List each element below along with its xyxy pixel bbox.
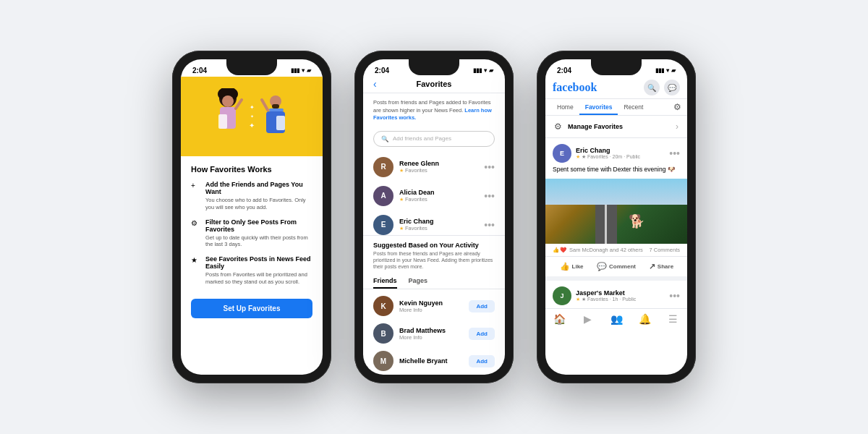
feature-desc-1: You choose who to add to Favorites. Only…	[205, 197, 312, 211]
post-avatar-jasper: J	[553, 286, 571, 305]
post-header-2: J Jasper's Market ★ ★ Favorites · 1h · P…	[545, 281, 687, 308]
love-reaction: ❤️	[560, 247, 566, 253]
add-button-brad[interactable]: Add	[469, 328, 495, 340]
post-sub-eric: ★ ★ Favorites · 20m · Public	[576, 154, 665, 160]
plus-icon: +	[191, 182, 200, 190]
notch-2	[409, 59, 459, 75]
search-bar[interactable]: 🔍 Add friends and Pages	[373, 131, 495, 147]
suggested-more-kevin: More Info	[399, 307, 463, 313]
search-header-icon[interactable]: 🔍	[644, 80, 660, 95]
svg-point-2	[222, 95, 234, 107]
avatar-brad: B	[373, 323, 393, 344]
contact-info-alicia: Alicia Dean ★ Favorites	[399, 189, 478, 203]
feature-text-3: See Favorites Posts in News Feed Easily …	[205, 255, 312, 286]
svg-rect-8	[272, 104, 279, 109]
phone2-description: Posts from friends and Pages added to Fa…	[363, 93, 505, 128]
filter-icon[interactable]: ⚙	[673, 102, 681, 112]
person1-illustration	[213, 88, 243, 145]
reaction-icons: 👍 ❤️	[553, 247, 566, 253]
feature-text-2: Filter to Only See Posts From Favorites …	[205, 218, 312, 249]
post-author-eric: Eric Chang	[576, 147, 665, 154]
back-button[interactable]: ‹	[373, 78, 377, 90]
post-more-options-2[interactable]: •••	[669, 290, 680, 302]
svg-line-4	[236, 100, 242, 109]
star-icon: ★	[399, 168, 404, 174]
phone-1-screen: 2:04 ▮▮▮ ▾ ▰	[181, 59, 323, 375]
bottom-nav-groups[interactable]: 👥	[602, 313, 630, 325]
avatar-renee: R	[373, 157, 393, 177]
chevron-right-icon: ›	[676, 122, 678, 132]
avatar-michelle: M	[373, 351, 393, 371]
more-options-alicia[interactable]: •••	[484, 190, 495, 202]
tab-recent[interactable]: Recent	[618, 99, 649, 115]
favorites-star-icon-2: ★	[576, 297, 580, 302]
suggested-more-brad: More Info	[399, 334, 463, 341]
suggested-info-michelle: Michelle Bryant	[399, 357, 463, 365]
manage-favorites-row[interactable]: ⚙ Manage Favorites ›	[545, 116, 687, 138]
like-button[interactable]: 👍 Like	[550, 258, 593, 275]
contact-name-renee: Renee Glenn	[399, 160, 478, 167]
tab-friends[interactable]: Friends	[373, 277, 397, 289]
star-feature-icon: ★	[191, 256, 200, 264]
feature-desc-2: Get up to date quickly with their posts …	[205, 234, 312, 249]
add-button-kevin[interactable]: Add	[469, 300, 495, 312]
setup-favorites-button[interactable]: Set Up Favorites	[191, 299, 312, 318]
notch-3	[591, 59, 642, 75]
wifi-icon: ▾	[302, 67, 305, 74]
more-options-renee[interactable]: •••	[484, 161, 495, 173]
status-icons-3: ▮▮▮ ▾ ▰	[655, 67, 676, 74]
bottom-nav-notifications[interactable]: 🔔	[631, 313, 659, 325]
feature-item-3: ★ See Favorites Posts in News Feed Easil…	[191, 255, 312, 286]
feature-item-2: ⚙ Filter to Only See Posts From Favorite…	[191, 218, 312, 249]
time-3: 2:04	[557, 67, 571, 75]
tab-home[interactable]: Home	[551, 99, 579, 115]
phone-1: 2:04 ▮▮▮ ▾ ▰	[172, 51, 331, 383]
person2-illustration	[260, 88, 291, 145]
svg-rect-5	[218, 114, 227, 129]
time-1: 2:04	[192, 67, 207, 75]
sky	[545, 179, 687, 205]
contact-name-alicia: Alicia Dean	[399, 189, 478, 196]
contact-info-eric: Eric Chang ★ Favorites	[399, 218, 478, 231]
post-meta-2: Jasper's Market ★ ★ Favorites · 1h · Pub…	[576, 289, 665, 302]
feature-desc-3: Posts from Favorites will be prioritized…	[205, 271, 312, 286]
contact-sub-eric: ★ Favorites	[399, 225, 478, 231]
share-button[interactable]: ↗ Share	[639, 258, 683, 275]
phone2-header: ‹ Favorites	[363, 77, 505, 93]
post-more-options-1[interactable]: •••	[669, 148, 680, 159]
bottom-nav-video[interactable]: ▶	[574, 313, 602, 325]
star-icon-3: ★	[399, 226, 404, 231]
svg-rect-11	[276, 116, 285, 130]
feature-text-1: Add the Friends and Pages You Want You c…	[205, 181, 312, 211]
suggested-item-michelle: M Michelle Bryant Add	[363, 347, 505, 375]
feature-title-3: See Favorites Posts in News Feed Easily	[205, 255, 312, 270]
contact-item-alicia: A Alicia Dean ★ Favorites •••	[363, 182, 505, 210]
comments-count: 7 Comments	[649, 247, 680, 253]
tab-favorites[interactable]: Favorites	[579, 99, 618, 115]
search-icon: 🔍	[381, 135, 389, 142]
phone2-title: Favorites	[417, 80, 452, 88]
bottom-nav-menu[interactable]: ☰	[659, 313, 687, 325]
phones-container: 2:04 ▮▮▮ ▾ ▰	[158, 36, 710, 398]
notch-1	[226, 59, 277, 75]
comment-icon: 💬	[597, 262, 607, 271]
phone-3: 2:04 ▮▮▮ ▾ ▰ facebook 🔍 💬 Home Favorites…	[537, 51, 696, 383]
contact-name-eric: Eric Chang	[399, 218, 478, 225]
wifi-icon-2: ▾	[484, 67, 487, 74]
status-icons-2: ▮▮▮ ▾ ▰	[473, 67, 493, 74]
post-actions-1: 👍 Like 💬 Comment ↗ Share	[545, 257, 687, 276]
signal-icon: ▮▮▮	[291, 67, 299, 74]
messenger-icon[interactable]: 💬	[664, 80, 680, 95]
post-image-1: 🐕	[545, 179, 687, 244]
signal-icon-3: ▮▮▮	[655, 67, 664, 74]
suggested-name-michelle: Michelle Bryant	[399, 357, 463, 365]
filter-icon: ⚙	[191, 219, 200, 227]
add-button-michelle[interactable]: Add	[469, 355, 495, 367]
bottom-nav-home[interactable]: 🏠	[545, 313, 574, 325]
comment-button[interactable]: 💬 Comment	[593, 258, 639, 275]
facebook-logo: facebook	[553, 81, 639, 94]
tab-pages[interactable]: Pages	[409, 277, 428, 289]
header-icons: 🔍 💬	[644, 80, 680, 95]
hero-banner: ✦ ✦ ✦	[181, 77, 323, 156]
more-options-eric[interactable]: •••	[484, 219, 495, 231]
